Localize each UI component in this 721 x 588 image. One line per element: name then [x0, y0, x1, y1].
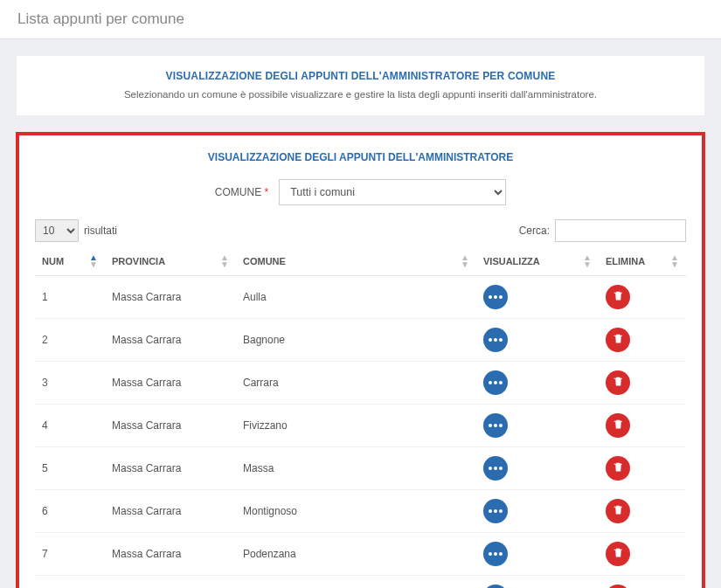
view-button[interactable]	[483, 542, 508, 566]
cell-elimina	[599, 276, 686, 319]
trash-icon	[613, 547, 624, 561]
trash-icon	[613, 290, 624, 304]
ellipsis-icon	[489, 338, 503, 342]
cell-provincia: Massa Carrara	[105, 405, 236, 447]
info-card-subtitle: Selezionando un comune è possibile visua…	[34, 89, 687, 100]
view-button[interactable]	[483, 585, 508, 588]
comune-filter-label-text: COMUNE	[215, 186, 261, 198]
cell-num: 5	[35, 447, 105, 490]
cell-elimina	[599, 576, 686, 589]
cell-elimina	[599, 533, 686, 576]
cell-num: 3	[35, 362, 105, 405]
page-size-select[interactable]: 10	[35, 219, 79, 242]
table-row: 8Massa CarraraPontremoli	[35, 576, 686, 589]
cell-visualizza	[476, 405, 599, 447]
col-header-elimina-label: ELIMINA	[606, 256, 645, 266]
page-title: Lista appunti per comune	[0, 0, 721, 39]
cell-provincia: Massa Carrara	[105, 447, 236, 490]
delete-button[interactable]	[606, 542, 630, 566]
search-input[interactable]	[555, 219, 686, 242]
sort-icon: ▲▼	[583, 254, 592, 268]
cell-visualizza	[476, 276, 599, 319]
table-row: 6Massa CarraraMontignoso	[35, 490, 686, 533]
cell-comune: Aulla	[236, 276, 476, 319]
view-button[interactable]	[483, 413, 508, 438]
info-card-title: VISUALIZZAZIONE DEGLI APPUNTI DELL'AMMIN…	[34, 70, 687, 82]
col-header-visualizza-label: VISUALIZZA	[483, 256, 540, 266]
ellipsis-icon	[489, 552, 503, 556]
main-card-title: VISUALIZZAZIONE DEGLI APPUNTI DELL'AMMIN…	[35, 151, 686, 163]
search-label: Cerca:	[519, 225, 550, 237]
col-header-num-label: NUM	[42, 256, 64, 266]
ellipsis-icon	[489, 381, 503, 384]
view-button[interactable]	[483, 328, 508, 352]
trash-icon	[613, 376, 624, 390]
cell-comune: Fivizzano	[236, 405, 476, 447]
comune-select[interactable]: Tutti i comuni	[279, 179, 506, 205]
table-row: 7Massa CarraraPodenzana	[35, 533, 686, 576]
sort-icon: ▲▼	[670, 254, 679, 268]
cell-comune: Montignoso	[236, 490, 476, 533]
delete-button[interactable]	[606, 328, 630, 352]
col-header-elimina[interactable]: ELIMINA ▲▼	[599, 247, 686, 276]
cell-comune: Carrara	[236, 362, 476, 405]
table-row: 4Massa CarraraFivizzano	[35, 405, 686, 447]
cell-visualizza	[476, 533, 599, 576]
delete-button[interactable]	[606, 370, 630, 395]
cell-provincia: Massa Carrara	[105, 276, 236, 319]
col-header-num[interactable]: NUM ▲▼	[35, 247, 105, 276]
cell-num: 6	[35, 490, 105, 533]
cell-provincia: Massa Carrara	[105, 319, 236, 362]
cell-comune: Pontremoli	[236, 576, 476, 589]
trash-icon	[613, 504, 624, 518]
delete-button[interactable]	[606, 413, 630, 438]
info-card: VISUALIZZAZIONE DEGLI APPUNTI DELL'AMMIN…	[16, 55, 705, 116]
delete-button[interactable]	[606, 285, 630, 309]
cell-provincia: Massa Carrara	[105, 362, 236, 405]
cell-elimina	[599, 319, 686, 362]
cell-visualizza	[476, 490, 599, 533]
ellipsis-icon	[489, 467, 503, 470]
col-header-provincia-label: PROVINCIA	[112, 256, 165, 266]
trash-icon	[613, 419, 624, 432]
ellipsis-icon	[489, 295, 503, 299]
comune-filter-label: COMUNE *	[215, 186, 268, 198]
cell-num: 4	[35, 405, 105, 447]
cell-num: 1	[35, 276, 105, 319]
view-button[interactable]	[483, 285, 508, 309]
risultati-label: risultati	[84, 225, 117, 237]
col-header-comune-label: COMUNE	[243, 256, 286, 266]
ellipsis-icon	[489, 509, 503, 513]
view-button[interactable]	[483, 456, 508, 481]
col-header-visualizza[interactable]: VISUALIZZA ▲▼	[476, 247, 599, 276]
ellipsis-icon	[489, 424, 503, 427]
cell-num: 2	[35, 319, 105, 362]
sort-icon: ▲▼	[89, 254, 98, 268]
table-row: 5Massa CarraraMassa	[35, 447, 686, 490]
comune-filter-row: COMUNE * Tutti i comuni	[35, 179, 686, 205]
view-button[interactable]	[483, 370, 508, 395]
required-mark: *	[265, 186, 269, 198]
table-row: 1Massa CarraraAulla	[35, 276, 686, 319]
table-row: 2Massa CarraraBagnone	[35, 319, 686, 362]
col-header-comune[interactable]: COMUNE ▲▼	[236, 247, 476, 276]
col-header-provincia[interactable]: PROVINCIA ▲▼	[105, 247, 236, 276]
table-body: 1Massa CarraraAulla2Massa CarraraBagnone…	[35, 276, 686, 589]
main-card: VISUALIZZAZIONE DEGLI APPUNTI DELL'AMMIN…	[16, 132, 705, 588]
delete-button[interactable]	[606, 585, 630, 588]
cell-visualizza	[476, 447, 599, 490]
cell-comune: Massa	[236, 447, 476, 490]
cell-elimina	[599, 490, 686, 533]
cell-visualizza	[476, 576, 599, 589]
sort-icon: ▲▼	[220, 254, 229, 268]
cell-elimina	[599, 362, 686, 405]
cell-visualizza	[476, 362, 599, 405]
cell-provincia: Massa Carrara	[105, 490, 236, 533]
delete-button[interactable]	[606, 499, 630, 523]
cell-visualizza	[476, 319, 599, 362]
view-button[interactable]	[483, 499, 508, 523]
cell-num: 7	[35, 533, 105, 576]
cell-elimina	[599, 405, 686, 447]
cell-comune: Bagnone	[236, 319, 476, 362]
delete-button[interactable]	[606, 456, 630, 481]
